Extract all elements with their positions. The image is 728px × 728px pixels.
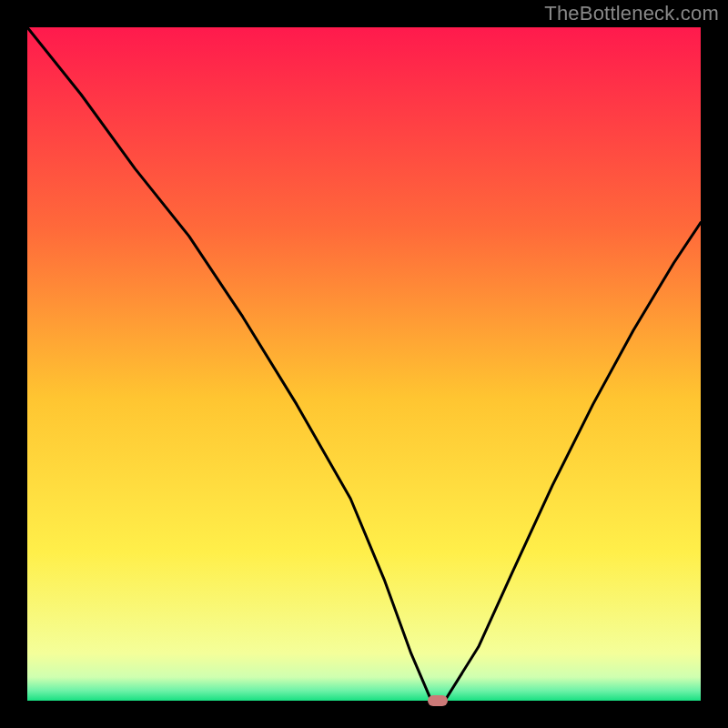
chart-container: TheBottleneck.com bbox=[0, 0, 728, 728]
border-right bbox=[701, 0, 728, 728]
border-left bbox=[0, 0, 27, 728]
plot-area bbox=[27, 27, 701, 701]
bottleneck-curve bbox=[27, 27, 701, 701]
watermark-text: TheBottleneck.com bbox=[544, 2, 719, 25]
border-bottom bbox=[0, 701, 728, 728]
optimal-marker bbox=[428, 695, 448, 706]
